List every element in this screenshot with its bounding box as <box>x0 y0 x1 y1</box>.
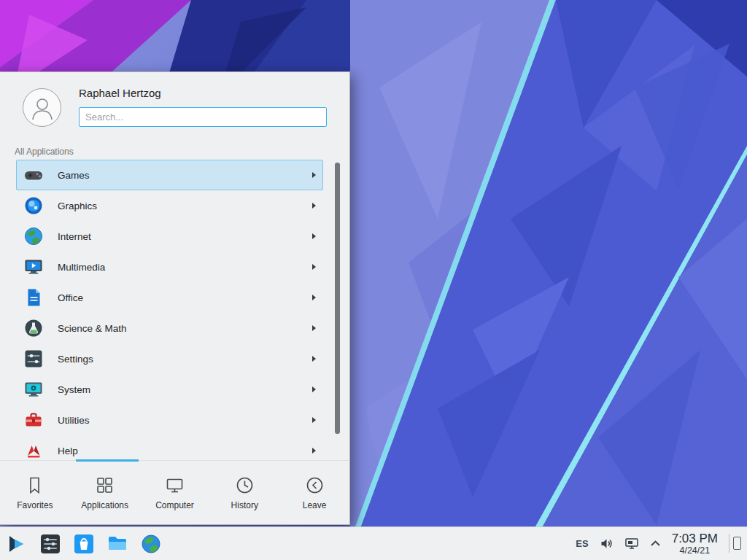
keyboard-layout-indicator[interactable]: ES <box>576 538 588 549</box>
tab-applications[interactable]: Applications <box>70 461 140 524</box>
app-launcher-icon[interactable] <box>5 532 28 556</box>
tab-computer[interactable]: Computer <box>140 461 210 524</box>
chevron-right-icon <box>312 233 316 239</box>
launcher-tab-bar: Favorites Applications Computer History <box>0 460 349 524</box>
show-desktop-widget[interactable] <box>729 534 741 553</box>
user-name: Raphael Hertzog <box>79 87 161 99</box>
category-list: Games Graphics Internet Multimedia <box>0 160 349 462</box>
leave-icon <box>305 475 325 495</box>
clock-icon <box>235 475 255 495</box>
help-icon <box>23 440 44 461</box>
chevron-right-icon <box>312 325 316 331</box>
tab-favorites[interactable]: Favorites <box>0 461 70 524</box>
web-browser-icon[interactable] <box>139 532 163 556</box>
chevron-right-icon <box>312 264 316 270</box>
system-tray: ES 7:03 PM 4/24/21 <box>576 532 747 556</box>
list-scrollbar[interactable] <box>335 163 340 434</box>
category-row-graphics[interactable]: Graphics <box>16 190 323 221</box>
show-desktop-pane <box>733 537 741 550</box>
tab-history[interactable]: History <box>209 461 279 524</box>
tab-leave[interactable]: Leave <box>279 461 349 524</box>
tab-label: Favorites <box>17 500 53 510</box>
category-row-office[interactable]: Office <box>16 282 323 313</box>
category-row-internet[interactable]: Internet <box>16 221 323 252</box>
digital-clock[interactable]: 7:03 PM 4/24/21 <box>672 532 718 556</box>
tab-label: Applications <box>81 500 128 510</box>
category-label: Games <box>58 170 312 181</box>
taskbar: ES 7:03 PM 4/24/21 <box>0 526 747 560</box>
globe-icon <box>23 226 44 246</box>
taskbar-apps <box>0 532 163 556</box>
category-label: Science & Math <box>58 323 312 334</box>
volume-icon[interactable] <box>600 537 614 551</box>
category-label: Settings <box>58 354 312 365</box>
tab-label: Computer <box>155 500 194 510</box>
toolbox-icon <box>23 410 44 430</box>
category-label: Internet <box>58 231 312 242</box>
flask-icon <box>23 318 44 338</box>
launcher-header: Raphael Hertzog <box>0 72 349 142</box>
document-icon <box>23 287 44 308</box>
chevron-right-icon <box>312 203 316 209</box>
task-manager-settings-icon[interactable] <box>39 532 62 556</box>
chevron-right-icon <box>312 386 316 392</box>
bookmark-icon <box>25 475 44 495</box>
monitor-gear-icon <box>23 379 44 400</box>
category-label: Multimedia <box>58 262 312 273</box>
chevron-right-icon <box>312 417 316 423</box>
active-tab-indicator <box>76 459 139 462</box>
category-row-multimedia[interactable]: Multimedia <box>16 252 323 282</box>
category-label: System <box>58 384 312 395</box>
category-row-science[interactable]: Science & Math <box>16 313 323 343</box>
category-label: Help <box>58 446 312 456</box>
sliders-icon <box>23 349 44 369</box>
gamepad-icon <box>23 165 44 185</box>
category-row-settings[interactable]: Settings <box>16 343 323 374</box>
network-icon[interactable] <box>624 537 639 551</box>
chevron-right-icon <box>312 172 316 178</box>
application-launcher-menu: Raphael Hertzog All Applications Games G… <box>0 71 350 525</box>
tab-label: History <box>231 500 258 510</box>
chevron-right-icon <box>312 448 316 454</box>
category-label: Office <box>58 292 312 303</box>
expand-tray-icon[interactable] <box>650 540 661 547</box>
chevron-right-icon <box>312 356 316 362</box>
monitor-play-icon <box>23 257 44 277</box>
category-label: Graphics <box>58 201 312 211</box>
file-manager-icon[interactable] <box>106 532 129 556</box>
palette-orb-icon <box>23 195 44 216</box>
chevron-right-icon <box>312 295 316 300</box>
user-avatar[interactable] <box>23 88 61 127</box>
clock-time: 7:03 PM <box>672 532 718 546</box>
category-row-utilities[interactable]: Utilities <box>16 405 323 435</box>
category-row-help[interactable]: Help <box>16 435 323 462</box>
tab-label: Leave <box>303 500 327 510</box>
computer-icon <box>165 475 185 495</box>
app-grid-icon <box>95 475 115 495</box>
section-label: All Applications <box>15 147 74 157</box>
software-center-icon[interactable] <box>72 532 96 556</box>
category-row-system[interactable]: System <box>16 374 323 405</box>
clock-date: 4/24/21 <box>672 545 718 556</box>
search-input[interactable] <box>79 107 327 127</box>
category-label: Utilities <box>58 415 312 426</box>
category-row-games[interactable]: Games <box>16 160 323 190</box>
